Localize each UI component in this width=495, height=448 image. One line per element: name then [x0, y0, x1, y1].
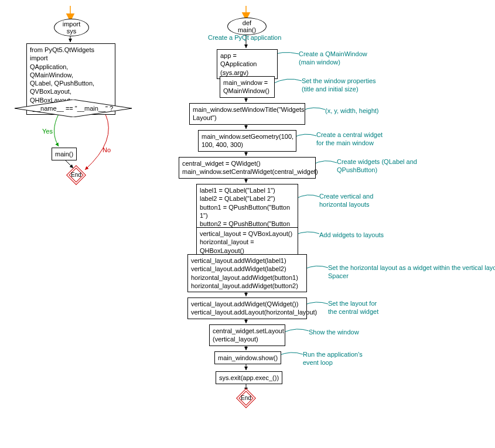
annotation-set-horizontal: Set the horizontal layout as a widget wi…: [328, 264, 495, 281]
box-text: vertical_layout.addWidget(QWidget()) ver…: [191, 300, 317, 316]
box-text: vertical_layout.addWidget(label1) vertic…: [191, 257, 298, 289]
terminal-label: def main(): [238, 19, 256, 33]
annotation-add-widgets: Add widgets to layouts: [319, 231, 384, 239]
annotation-create-qmainwindow: Create a QMainWindow (main window): [299, 50, 367, 67]
box-addwidget: vertical_layout.addWidget(label1) vertic…: [187, 254, 307, 292]
end-text: End: [71, 172, 81, 178]
box-text: central_widget.setLayout (vertical_layou…: [213, 327, 284, 343]
box-text: sys.exit(app.exec_()): [219, 374, 279, 381]
box-text: main_window.setWindowTitle("Widgets Layo…: [193, 106, 305, 121]
terminal-import-sys: import sys: [54, 19, 89, 36]
annotation-central-widget: Create a central widget for the main win…: [316, 131, 383, 148]
box-show: main_window.show(): [214, 351, 281, 364]
box-mainwindow: main_window = QMainWindow(): [220, 76, 275, 98]
box-setwindowtitle: main_window.setWindowTitle("Widgets Layo…: [189, 103, 305, 125]
box-main-call: main(): [52, 148, 77, 160]
annotation-create-layouts: Create vertical and horizontal layouts: [319, 192, 373, 209]
annotation-xywh: (x, y, width, height): [325, 107, 379, 115]
annotation-create-pyqt-app: Create a PyQt application: [208, 33, 281, 42]
box-text: main_window = QMainWindow(): [223, 79, 269, 94]
annotation-create-widgets: Create widgets (QLabel and QPushButton): [337, 158, 417, 175]
box-text: app = QApplication (sys.argv): [220, 52, 257, 76]
annotation-show-window: Show the window: [309, 328, 359, 336]
box-addlayout: vertical_layout.addWidget(QWidget()) ver…: [187, 297, 307, 319]
terminal-def-main: def main(): [227, 18, 267, 35]
yes-label: Yes: [42, 128, 53, 135]
box-text: central_widget = QWidget() main_window.s…: [182, 160, 318, 175]
box-qapplication: app = QApplication (sys.argv): [217, 49, 278, 79]
box-text: main_window.setGeometry(100, 100, 400, 3…: [202, 133, 293, 148]
end-text-right: End: [241, 395, 251, 401]
annotation-set-layout: Set the layout for the central widget: [328, 299, 378, 316]
no-label: No: [103, 146, 111, 153]
box-text: main(): [55, 151, 73, 158]
box-text: vertical_layout = QVBoxLayout() horizont…: [200, 230, 292, 254]
annotation-window-props: Set the window properties (title and ini…: [302, 77, 376, 94]
box-text: main_window.show(): [218, 354, 278, 361]
annotation-event-loop: Run the application's event loop: [303, 350, 363, 367]
box-setlayout: central_widget.setLayout (vertical_layou…: [209, 324, 285, 346]
box-layouts: vertical_layout = QVBoxLayout() horizont…: [196, 227, 298, 257]
box-central-widget: central_widget = QWidget() main_window.s…: [179, 157, 316, 179]
terminal-label: import sys: [63, 20, 81, 35]
diamond-text: __name__ == "__main__" ?: [29, 105, 117, 112]
box-sysexit: sys.exit(app.exec_()): [216, 371, 282, 384]
box-setgeometry: main_window.setGeometry(100, 100, 400, 3…: [198, 130, 296, 152]
